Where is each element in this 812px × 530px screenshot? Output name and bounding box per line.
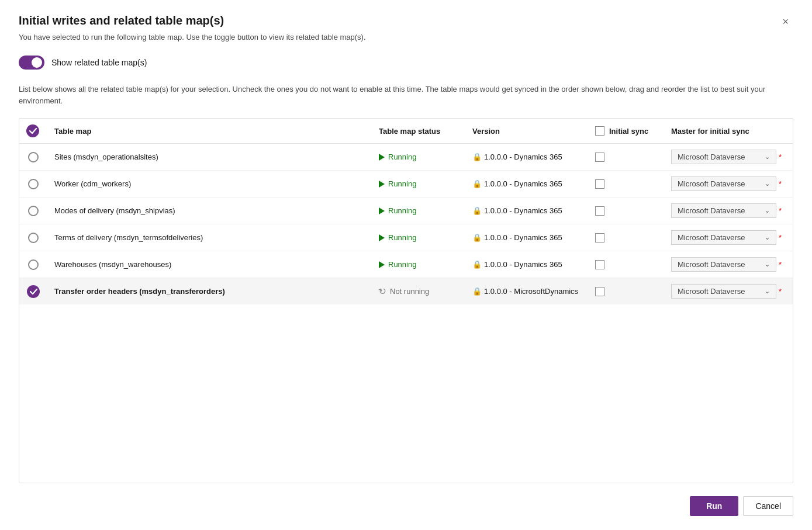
lock-icon: 🔒 — [472, 233, 482, 242]
required-star: * — [779, 206, 782, 215]
version-text: 1.0.0.0 - Dynamics 365 — [484, 260, 562, 269]
master-dropdown[interactable]: Microsoft Dataverse ⌄ — [671, 284, 776, 299]
initial-sync-checkbox[interactable] — [595, 179, 604, 189]
master-dropdown[interactable]: Microsoft Dataverse ⌄ — [671, 230, 776, 245]
master-cell: Microsoft Dataverse ⌄ * — [671, 230, 786, 245]
row-table-map-name: Sites (msdyn_operationalsites) — [47, 144, 372, 171]
row-version: 🔒1.0.0.0 - Dynamics 365 — [465, 171, 588, 198]
row-select-cell[interactable] — [19, 198, 47, 224]
initial-sync-checkbox[interactable] — [595, 287, 604, 296]
table-container: Table map Table map status Version Initi… — [19, 118, 793, 483]
dialog-container: Initial writes and related table map(s) … — [0, 0, 812, 530]
master-dropdown[interactable]: Microsoft Dataverse ⌄ — [671, 257, 776, 272]
row-select-radio[interactable] — [28, 179, 39, 189]
row-master[interactable]: Microsoft Dataverse ⌄ * — [664, 224, 793, 251]
play-icon — [379, 207, 385, 214]
row-select-cell[interactable] — [19, 224, 47, 251]
initial-sync-checkbox[interactable] — [595, 233, 604, 243]
row-select-radio[interactable] — [28, 152, 39, 162]
master-dropdown[interactable]: Microsoft Dataverse ⌄ — [671, 176, 776, 191]
th-initial-sync[interactable]: Initial sync — [588, 119, 664, 144]
cancel-button[interactable]: Cancel — [743, 496, 793, 516]
initial-sync-checkbox[interactable] — [595, 153, 604, 162]
play-icon — [379, 261, 385, 268]
chevron-down-icon: ⌄ — [765, 180, 770, 188]
th-status: Table map status — [372, 119, 465, 144]
dialog-title: Initial writes and related table map(s) — [19, 14, 224, 27]
run-button[interactable]: Run — [690, 496, 738, 516]
version-text: 1.0.0.0 - Dynamics 365 — [484, 153, 562, 161]
table-row: Modes of delivery (msdyn_shipvias)Runnin… — [19, 198, 793, 224]
row-initial-sync[interactable] — [588, 224, 664, 251]
th-select-all[interactable] — [19, 119, 47, 144]
row-table-map-name: Warehouses (msdyn_warehouses) — [47, 251, 372, 278]
row-select-cell[interactable] — [19, 278, 47, 305]
table-row: Worker (cdm_workers)Running🔒1.0.0.0 - Dy… — [19, 171, 793, 198]
lock-icon: 🔒 — [472, 287, 482, 296]
row-status: Running — [372, 171, 465, 198]
initial-sync-checkbox[interactable] — [595, 206, 604, 216]
th-master: Master for initial sync — [664, 119, 793, 144]
row-table-map-name: Transfer order headers (msdyn_transferor… — [47, 278, 372, 305]
master-value: Microsoft Dataverse — [678, 260, 745, 269]
master-dropdown[interactable]: Microsoft Dataverse ⌄ — [671, 203, 776, 218]
row-status: Running — [372, 144, 465, 171]
row-master[interactable]: Microsoft Dataverse ⌄ * — [664, 198, 793, 224]
row-select-checked[interactable] — [27, 285, 40, 298]
row-initial-sync[interactable] — [588, 278, 664, 305]
table-row: Warehouses (msdyn_warehouses)Running🔒1.0… — [19, 251, 793, 278]
required-star: * — [779, 153, 782, 161]
row-master[interactable]: Microsoft Dataverse ⌄ * — [664, 278, 793, 305]
row-status: ↻Not running — [372, 278, 465, 305]
row-select-radio[interactable] — [28, 259, 39, 270]
row-status: Running — [372, 224, 465, 251]
row-initial-sync[interactable] — [588, 144, 664, 171]
dialog-subtitle: You have selected to run the following t… — [19, 33, 793, 41]
chevron-down-icon: ⌄ — [765, 287, 770, 295]
chevron-down-icon: ⌄ — [765, 153, 770, 161]
table-row: Transfer order headers (msdyn_transferor… — [19, 278, 793, 305]
table-header-row: Table map Table map status Version Initi… — [19, 119, 793, 144]
master-cell: Microsoft Dataverse ⌄ * — [671, 284, 786, 299]
initial-sync-header-checkbox[interactable] — [595, 126, 604, 136]
toggle-label: Show related table map(s) — [51, 58, 147, 67]
lock-icon: 🔒 — [472, 153, 482, 161]
row-table-map-name: Worker (cdm_workers) — [47, 171, 372, 198]
master-dropdown[interactable]: Microsoft Dataverse ⌄ — [671, 150, 776, 164]
chevron-down-icon: ⌄ — [765, 207, 770, 214]
master-value: Microsoft Dataverse — [678, 206, 745, 215]
row-master[interactable]: Microsoft Dataverse ⌄ * — [664, 171, 793, 198]
table-row: Sites (msdyn_operationalsites)Running🔒1.… — [19, 144, 793, 171]
table-map-table: Table map Table map status Version Initi… — [19, 119, 793, 304]
required-star: * — [779, 260, 782, 269]
toggle-row: Show related table map(s) — [19, 56, 793, 70]
row-select-cell[interactable] — [19, 171, 47, 198]
row-version: 🔒1.0.0.0 - Dynamics 365 — [465, 251, 588, 278]
required-star: * — [779, 287, 782, 296]
th-version: Version — [465, 119, 588, 144]
row-version: 🔒1.0.0.0 - Dynamics 365 — [465, 198, 588, 224]
row-version: 🔒1.0.0.0 - Dynamics 365 — [465, 144, 588, 171]
master-cell: Microsoft Dataverse ⌄ * — [671, 257, 786, 272]
row-select-cell[interactable] — [19, 144, 47, 171]
status-running: Running — [379, 206, 458, 215]
dialog-header: Initial writes and related table map(s) … — [19, 14, 793, 29]
description-text: List below shows all the related table m… — [19, 84, 793, 106]
row-master[interactable]: Microsoft Dataverse ⌄ * — [664, 144, 793, 171]
close-button[interactable]: × — [778, 14, 793, 29]
initial-sync-checkbox[interactable] — [595, 260, 604, 269]
row-initial-sync[interactable] — [588, 251, 664, 278]
row-initial-sync[interactable] — [588, 198, 664, 224]
play-icon — [379, 154, 385, 161]
row-select-radio[interactable] — [28, 206, 39, 216]
row-master[interactable]: Microsoft Dataverse ⌄ * — [664, 251, 793, 278]
play-icon — [379, 234, 385, 241]
show-related-toggle[interactable] — [19, 56, 44, 70]
row-select-cell[interactable] — [19, 251, 47, 278]
row-initial-sync[interactable] — [588, 171, 664, 198]
row-status: Running — [372, 198, 465, 224]
master-cell: Microsoft Dataverse ⌄ * — [671, 176, 786, 191]
th-table-map: Table map — [47, 119, 372, 144]
version-text: 1.0.0.0 - MicrosoftDynamics — [484, 287, 578, 296]
row-select-radio[interactable] — [28, 233, 39, 243]
